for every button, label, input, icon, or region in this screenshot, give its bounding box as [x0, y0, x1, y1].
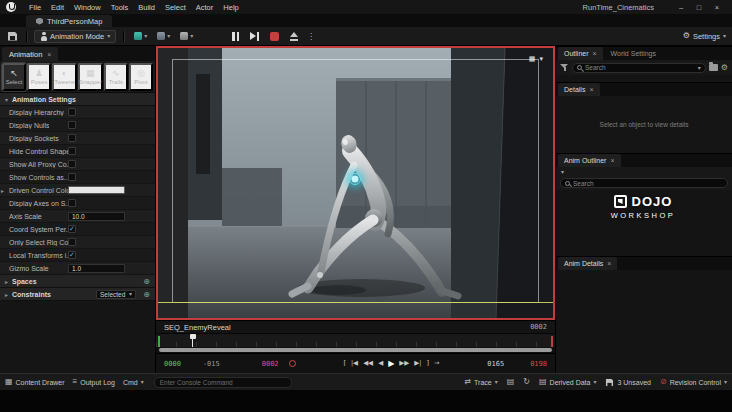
- jump-to-start-button[interactable]: |◀: [351, 360, 358, 367]
- playback-start-marker[interactable]: [158, 336, 160, 347]
- grid-icon[interactable]: ▤: [507, 378, 515, 386]
- checkbox[interactable]: [68, 147, 76, 155]
- menu-item-build[interactable]: Build: [133, 3, 160, 12]
- menu-item-window[interactable]: Window: [69, 3, 106, 12]
- play-button[interactable]: ▶: [388, 360, 394, 368]
- constraints-filter-dropdown[interactable]: Selected ▾: [96, 290, 136, 299]
- checkbox[interactable]: [68, 121, 76, 129]
- checkbox[interactable]: [68, 199, 76, 207]
- axis-scale-input[interactable]: 10.0: [68, 212, 125, 221]
- eject-button[interactable]: [288, 30, 300, 43]
- console-field[interactable]: [160, 379, 286, 386]
- sequencer-range-track[interactable]: [156, 347, 555, 353]
- frame-skip-button[interactable]: [248, 30, 261, 43]
- content-drawer-button[interactable]: ▦ Content Drawer: [5, 378, 65, 386]
- filter-icon[interactable]: [560, 64, 569, 72]
- save-button[interactable]: [6, 30, 19, 43]
- step-back-button[interactable]: ◀: [378, 360, 383, 367]
- sequence-name[interactable]: SEQ_EnemyReveal: [164, 323, 231, 332]
- previous-key-button[interactable]: ◀◀: [363, 360, 373, 367]
- outliner-settings-icon[interactable]: ⚙: [721, 64, 728, 72]
- level-viewport[interactable]: ▦ ▾: [156, 46, 555, 320]
- section-animation-settings[interactable]: ▾ Animation Settings: [0, 93, 155, 106]
- refresh-icon[interactable]: ↻: [523, 378, 530, 386]
- tool-select[interactable]: ↖ Select: [2, 63, 26, 91]
- add-space-icon[interactable]: ⊕: [143, 277, 150, 286]
- next-key-button[interactable]: ▶▶: [399, 360, 409, 367]
- menu-item-edit[interactable]: Edit: [46, 3, 69, 12]
- tool-snapper[interactable]: ▦ Snapper: [78, 63, 103, 91]
- menu-item-help[interactable]: Help: [218, 3, 243, 12]
- checkbox[interactable]: [68, 173, 76, 181]
- checkbox[interactable]: [68, 160, 76, 168]
- sequencer-timeline[interactable]: [156, 333, 555, 347]
- tab-outliner[interactable]: Outliner ×: [558, 47, 603, 60]
- blueprints-dropdown[interactable]: ▾: [154, 30, 173, 43]
- chevron-down-icon[interactable]: ▾: [539, 55, 543, 63]
- section-constraints[interactable]: ▸ Constraints Selected ▾ ⊕: [0, 288, 155, 301]
- playback-end-marker[interactable]: [551, 336, 553, 347]
- add-folder-icon[interactable]: [709, 64, 718, 71]
- search-field[interactable]: [573, 180, 723, 187]
- menu-item-tools[interactable]: Tools: [106, 3, 134, 12]
- cinematics-dropdown[interactable]: ▾: [177, 30, 196, 43]
- tab-details[interactable]: Details ×: [558, 83, 600, 96]
- search-field[interactable]: [585, 64, 695, 71]
- color-swatch[interactable]: [68, 186, 125, 194]
- close-icon[interactable]: ×: [47, 51, 51, 58]
- viewport-maximize-icon[interactable]: ▦: [529, 55, 536, 63]
- close-icon[interactable]: ×: [589, 86, 593, 93]
- minimize-button[interactable]: –: [672, 3, 690, 12]
- chevron-down-icon[interactable]: ▾: [698, 65, 701, 71]
- range-slider[interactable]: [159, 348, 552, 352]
- tool-trails[interactable]: ∿ Trails: [104, 63, 128, 91]
- pause-button[interactable]: [230, 30, 241, 43]
- stop-button[interactable]: [268, 30, 281, 43]
- gizmo-scale-input[interactable]: 1.0: [68, 264, 125, 273]
- unsaved-button[interactable]: 3 Unsaved: [605, 378, 650, 387]
- add-constraint-icon[interactable]: ⊕: [143, 290, 150, 299]
- output-log-button[interactable]: ≡ Output Log: [73, 378, 115, 386]
- checkbox[interactable]: ✓: [68, 251, 76, 259]
- tab-anim-details[interactable]: Anim Details ×: [558, 257, 617, 270]
- loop-mode-button[interactable]: →: [434, 360, 439, 367]
- menu-item-actor[interactable]: Actor: [191, 3, 219, 12]
- menu-item-select[interactable]: Select: [160, 3, 191, 12]
- set-start-bracket-button[interactable]: [: [343, 360, 346, 367]
- editor-mode-dropdown[interactable]: Animation Mode ▾: [34, 30, 116, 43]
- maximize-button[interactable]: □: [690, 3, 708, 12]
- tool-poses[interactable]: ♟ Poses: [27, 63, 51, 91]
- chevron-down-icon[interactable]: ▾: [561, 169, 564, 175]
- checkbox[interactable]: [68, 134, 76, 142]
- close-icon[interactable]: ×: [607, 260, 611, 267]
- close-icon[interactable]: ×: [610, 157, 614, 164]
- menu-item-file[interactable]: File: [24, 3, 46, 12]
- trace-dropdown[interactable]: ⇄ Trace ▾: [464, 378, 497, 386]
- more-options-icon[interactable]: ⋮: [307, 32, 315, 41]
- tool-pivot[interactable]: ◎ Pivot: [129, 63, 153, 91]
- section-spaces[interactable]: ▸ Spaces ⊕: [0, 275, 155, 288]
- chevron-right-icon[interactable]: ▸: [1, 187, 4, 194]
- revision-control-dropdown[interactable]: ⊘ Revision Control ▾: [660, 378, 727, 386]
- cmd-dropdown[interactable]: Cmd ▾: [123, 379, 144, 386]
- record-icon[interactable]: [289, 360, 296, 367]
- jump-to-end-button[interactable]: ▶|: [414, 360, 421, 367]
- set-end-bracket-button[interactable]: ]: [426, 360, 429, 367]
- tab-animation[interactable]: Animation ×: [2, 47, 58, 61]
- playhead[interactable]: [192, 334, 193, 347]
- console-input[interactable]: [154, 377, 292, 388]
- derived-data-dropdown[interactable]: ▤ Derived Data ▾: [539, 378, 596, 386]
- tab-anim-outliner[interactable]: Anim Outliner ×: [558, 154, 621, 167]
- outliner-search-input[interactable]: ▾: [572, 63, 706, 73]
- unreal-logo-icon[interactable]: [6, 2, 16, 12]
- tool-tweens[interactable]: ◐ Tweens: [52, 63, 77, 91]
- settings-dropdown[interactable]: ⚙ Settings ▾: [683, 32, 726, 41]
- add-actor-dropdown[interactable]: ▾: [131, 30, 150, 43]
- anim-outliner-search-input[interactable]: [560, 178, 728, 188]
- close-icon[interactable]: ×: [593, 50, 597, 57]
- tab-world-settings[interactable]: World Settings: [605, 47, 662, 60]
- close-button[interactable]: ×: [708, 3, 726, 12]
- checkbox[interactable]: [68, 238, 76, 246]
- checkbox[interactable]: ✓: [68, 225, 76, 233]
- tab-level-thirdpersonmap[interactable]: ThirdPersonMap: [26, 15, 112, 27]
